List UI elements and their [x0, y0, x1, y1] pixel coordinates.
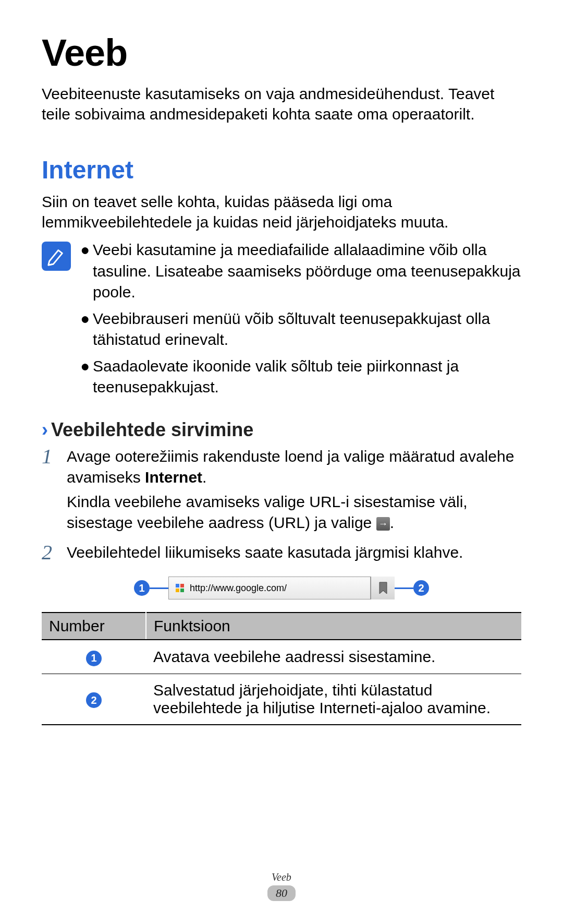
text: Avage ooterežiimis rakenduste loend ja v… — [67, 448, 514, 486]
bullet-icon: ● — [80, 239, 93, 303]
subsection-title: Veebilehtede sirvimine — [51, 419, 253, 441]
note-block: ●Veebi kasutamine ja meediafailide allal… — [42, 239, 521, 403]
go-arrow-icon: → — [376, 517, 390, 531]
text: . — [202, 469, 206, 486]
callout-connector — [150, 587, 168, 589]
note-text: Saadaolevate ikoonide valik sõltub teie … — [93, 356, 521, 398]
bullet-icon: ● — [80, 356, 93, 398]
table-header-function: Funktsioon — [146, 613, 521, 640]
note-item: ●Veebibrauseri menüü võib sõltuvalt teen… — [80, 308, 521, 351]
note-text: Veebi kasutamine ja meediafailide allala… — [93, 239, 521, 303]
text: . — [390, 514, 394, 531]
svg-rect-3 — [180, 589, 184, 592]
note-text: Veebibrauseri menüü võib sõltuvalt teenu… — [93, 308, 521, 351]
callout-connector — [395, 587, 413, 589]
footer-section-title: Veeb — [0, 871, 563, 883]
bullet-icon: ● — [80, 308, 93, 351]
table-cell-function: Salvestatud järjehoidjate, tihti külasta… — [146, 674, 521, 725]
svg-rect-0 — [176, 584, 179, 587]
svg-rect-2 — [176, 589, 179, 592]
callout-badge-2: 2 — [413, 580, 429, 596]
note-item: ●Saadaolevate ikoonide valik sõltub teie… — [80, 356, 521, 398]
step-text: Avage ooterežiimis rakenduste loend ja v… — [67, 446, 521, 488]
step-text: Kindla veebilehe avamiseks valige URL-i … — [67, 491, 521, 534]
document-page: Veeb Veebiteenuste kasutamiseks on vaja … — [0, 0, 563, 924]
step-text: Veebilehtedel liikumiseks saate kasutada… — [67, 542, 521, 563]
note-icon — [42, 242, 71, 271]
callout-badge-1: 1 — [86, 651, 102, 666]
table-cell-function: Avatava veebilehe aadressi sisestamine. — [146, 640, 521, 674]
section-intro: Siin on teavet selle kohta, kuidas pääse… — [42, 191, 521, 232]
url-text: http://www.google.com/ — [190, 583, 370, 594]
step-body: Avage ooterežiimis rakenduste loend ja v… — [67, 446, 521, 537]
bookmark-button-figure — [371, 577, 395, 599]
section-heading-internet: Internet — [42, 155, 521, 184]
step-number: 1 — [42, 446, 59, 537]
url-bar-figure: 1 http://www.google.com/ 2 — [42, 577, 521, 599]
table-row: 2 Salvestatud järjehoidjate, tihti külas… — [42, 674, 521, 725]
table-cell-number: 2 — [42, 674, 146, 725]
function-table: Number Funktsioon 1 Avatava veebilehe aa… — [42, 612, 521, 725]
subsection-heading: › Veebilehtede sirvimine — [42, 419, 521, 441]
page-title: Veeb — [42, 31, 521, 74]
text: Kindla veebilehe avamiseks valige URL-i … — [67, 493, 468, 532]
intro-paragraph: Veebiteenuste kasutamiseks on vaja andme… — [42, 83, 521, 124]
svg-rect-1 — [180, 584, 184, 587]
table-header-row: Number Funktsioon — [42, 613, 521, 640]
page-footer: Veeb 80 — [0, 871, 563, 901]
browser-url-bar: http://www.google.com/ — [168, 577, 371, 599]
table-cell-number: 1 — [42, 640, 146, 674]
step-2: 2 Veebilehtedel liikumiseks saate kasuta… — [42, 542, 521, 567]
step-1: 1 Avage ooterežiimis rakenduste loend ja… — [42, 446, 521, 537]
page-number-wrap: 80 — [0, 885, 563, 901]
bold-text: Internet — [145, 469, 202, 486]
step-number: 2 — [42, 542, 59, 567]
page-number: 80 — [267, 885, 296, 901]
step-body: Veebilehtedel liikumiseks saate kasutada… — [67, 542, 521, 567]
callout-badge-1: 1 — [134, 580, 150, 596]
note-list: ●Veebi kasutamine ja meediafailide allal… — [80, 239, 521, 403]
steps-list: 1 Avage ooterežiimis rakenduste loend ja… — [42, 446, 521, 567]
favicon-icon — [172, 580, 188, 596]
note-item: ●Veebi kasutamine ja meediafailide allal… — [80, 239, 521, 303]
bookmark-icon — [378, 582, 388, 594]
table-row: 1 Avatava veebilehe aadressi sisestamine… — [42, 640, 521, 674]
table-header-number: Number — [42, 613, 146, 640]
chevron-right-icon: › — [42, 419, 48, 441]
callout-badge-2: 2 — [86, 692, 102, 708]
